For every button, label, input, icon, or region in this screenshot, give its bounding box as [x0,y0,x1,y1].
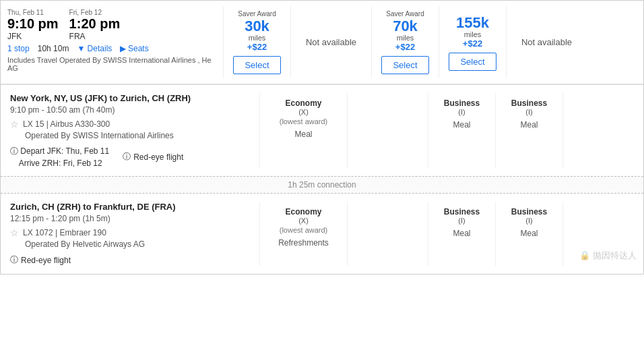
award-label-1: Saver Award [238,10,276,18]
details-seats-links: ▼ Details ▶ Seats [77,44,148,53]
arrive-label-1: Arrive ZRH: Fri, Feb 12 [10,159,109,168]
miles-unit-3: miles [397,34,414,42]
segment-1: New York, NY, US (JFK) to Zurich, CH (ZR… [1,85,643,176]
cabin-note-1-1: (lowest award) [280,117,328,125]
cabin-type-2-4: Business [511,207,547,217]
miles-unit-1: miles [249,34,266,42]
watermark: 🔒 抛因特达人 [579,250,637,262]
not-available-2: Not available [506,6,587,78]
select-button-1[interactable]: Select [233,56,280,74]
seats-link[interactable]: ▶ Seats [120,44,149,53]
segment-2-cabins: Economy (X) (lowest award) Refreshments … [259,202,643,266]
segment-1-flight: ☆ LX 15 | Airbus A330-300 [10,119,250,130]
departure-time: 9:10 pm [7,16,59,32]
award-columns: Saver Award 30k miles +$22 Select Not av… [223,6,643,78]
segment-2-flight: ☆ LX 1072 | Embraer 190 [10,227,250,238]
select-button-3[interactable]: Select [381,56,428,74]
cabin-type-1-4: Business [511,98,547,108]
cabin-meal-1-1: Meal [294,130,312,139]
segment-1-left: New York, NY, US (JFK) to Zurich, CH (ZR… [1,93,259,168]
flight-operated: Includes Travel Operated By SWISS Intern… [7,56,216,72]
arrival-airport: FRA [69,32,121,41]
segment-2-title: Zurich, CH (ZRH) to Frankfurt, DE (FRA) [10,202,250,212]
arrival-time: 1:20 pm [69,16,121,32]
departure-airport: JFK [7,32,59,41]
cabin-col-1-3: Business (I) Meal [428,93,495,168]
miles-4: 155k [456,16,489,30]
cabin-col-2-5: 🔒 抛因特达人 [562,202,643,266]
details-panel: New York, NY, US (JFK) to Zurich, CH (ZR… [1,84,643,274]
cabin-class-1-4: (I) [525,108,532,116]
segment-1-cabins: Economy (X) (lowest award) Meal Business… [259,93,643,168]
flight-basic-info: Thu, Feb 11 9:10 pm JFK Fri, Feb 12 1:20… [1,6,223,78]
not-available-1: Not available [290,6,371,78]
segment-1-depart-arrive: ⓘ Depart JFK: Thu, Feb 11 Arrive ZRH: Fr… [10,146,250,168]
cabin-meal-2-1: Refreshments [278,238,329,248]
stop-link[interactable]: 1 stop [7,44,30,53]
flight-header-row: Thu, Feb 11 9:10 pm JFK Fri, Feb 12 1:20… [1,1,643,84]
cabin-class-2-1: (X) [298,217,309,225]
departure-info: Thu, Feb 11 9:10 pm JFK [7,9,59,41]
cabin-col-1-1: Economy (X) (lowest award) Meal [259,93,347,168]
cabin-meal-2-4: Meal [520,229,538,238]
segment-2-left: Zurich, CH (ZRH) to Frankfurt, DE (FRA) … [1,202,259,266]
cabin-class-1-3: (I) [458,108,465,116]
segment-2: Zurich, CH (ZRH) to Frankfurt, DE (FRA) … [1,194,643,274]
miles-unit-4: miles [464,30,482,38]
award-label-3: Saver Award [386,10,424,18]
arrival-date: Fri, Feb 12 [69,9,121,16]
cabin-col-2-3: Business (I) Meal [428,202,495,266]
cabin-col-2-4: Business (I) Meal [495,202,562,266]
segment-2-operated: Operated By Helvetic Airways AG [10,239,250,249]
details-link[interactable]: ▼ Details [77,44,112,53]
depart-label-1: Depart JFK: Thu, Feb 11 [20,146,109,156]
miles-1: 30k [245,19,269,34]
flight-dates: Thu, Feb 11 9:10 pm JFK Fri, Feb 12 1:20… [7,9,216,41]
info-icon-2: ⓘ [123,151,131,163]
info-icon-1: ⓘ [10,146,18,156]
cabin-col-1-2 [347,93,428,168]
cabin-type-1-1: Economy [285,98,321,108]
cabin-class-1-1: (X) [298,108,309,116]
cabin-col-1-5 [562,93,643,168]
cabin-meal-2-3: Meal [453,229,470,238]
red-eye-2: ⓘ Red-eye flight [10,254,250,266]
segment-1-operated: Operated By SWISS International Airlines [10,131,250,140]
segment-1-time: 9:10 pm - 10:50 am (7h 40m) [10,105,250,115]
flight-meta: 1 stop 10h 10m ▼ Details ▶ Seats [7,44,216,53]
miles-3: 70k [393,19,418,34]
segment-1-title: New York, NY, US (JFK) to Zurich, CH (ZR… [10,93,250,103]
connection-bar: 1h 25m connection [1,176,643,194]
departure-date: Thu, Feb 11 [7,9,59,16]
cabin-col-2-1: Economy (X) (lowest award) Refreshments [259,202,347,266]
flight-result-container: Thu, Feb 11 9:10 pm JFK Fri, Feb 12 1:20… [0,0,644,275]
cabin-meal-1-4: Meal [520,120,538,130]
red-eye-1: ⓘ Red-eye flight [123,146,183,168]
cash-3: +$22 [395,42,415,52]
cabin-col-2-2 [347,202,428,266]
cash-1: +$22 [247,42,267,52]
flight-duration: 10h 10m [38,44,69,53]
cabin-type-2-3: Business [444,207,480,217]
cabin-class-2-3: (I) [458,217,465,225]
cash-4: +$22 [463,38,482,49]
award-col-economy-saver: Saver Award 30k miles +$22 Select [223,6,290,78]
select-button-4[interactable]: Select [449,53,496,71]
cabin-type-2-1: Economy [285,207,321,217]
award-col-business-flex: 155k miles +$22 Select [439,6,506,78]
cabin-class-2-4: (I) [525,217,532,225]
star-icon-2: ☆ [10,227,19,238]
cabin-meal-1-3: Meal [453,120,470,130]
cabin-note-2-1: (lowest award) [280,226,328,234]
award-col-business-saver: Saver Award 70k miles +$22 Select [371,6,439,78]
arrival-info: Fri, Feb 12 1:20 pm FRA [69,9,121,41]
cabin-type-1-3: Business [444,98,480,108]
segment-2-time: 12:15 pm - 1:20 pm (1h 5m) [10,214,250,223]
cabin-col-1-4: Business (I) Meal [495,93,562,168]
star-icon-1: ☆ [10,119,19,130]
info-icon-3: ⓘ [10,254,18,266]
